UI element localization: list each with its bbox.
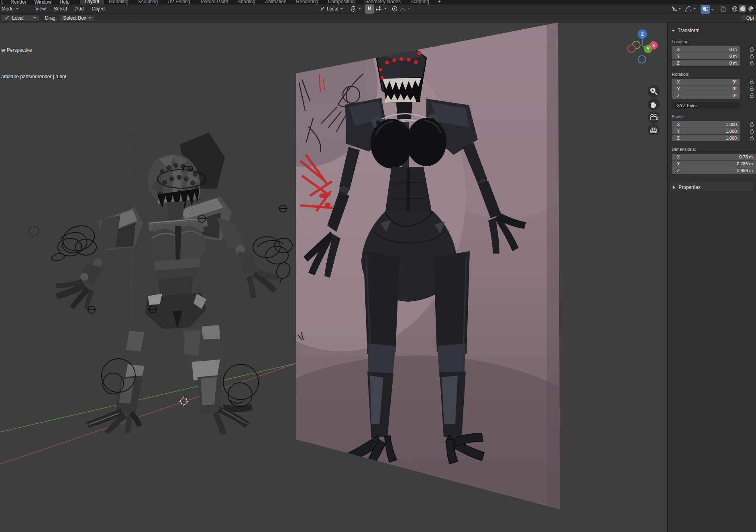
shading-wireframe-button[interactable] [732, 6, 738, 12]
dimensions-z-field[interactable]: Z0.899 m [672, 167, 756, 174]
menu-window[interactable]: Window [31, 0, 56, 4]
tab-geometry-nodes[interactable]: Geometry Nodes [359, 0, 406, 4]
rotation-fields: X0° Y0° Z0° [672, 79, 756, 99]
lock-open-icon[interactable] [749, 93, 754, 98]
tab-modeling[interactable]: Modeling [104, 0, 133, 4]
xray-toggle[interactable] [719, 5, 726, 12]
properties-panel-header[interactable]: Properties [670, 183, 753, 191]
viewport-canvas[interactable]: er Perspective amature parts/norender | … [0, 22, 667, 532]
object-mode-select[interactable]: Object Mode [0, 4, 31, 13]
transform-orientation-select[interactable]: Local [316, 5, 345, 13]
show-overlays-toggle[interactable] [701, 5, 713, 14]
location-y-field[interactable]: Y0 m [672, 53, 740, 59]
shading-solid-button[interactable] [739, 5, 746, 12]
camera-view-button[interactable] [648, 112, 660, 124]
falloff-curve-icon [399, 6, 406, 12]
magnet-icon [366, 5, 373, 12]
proportional-falloff-select[interactable] [398, 5, 412, 13]
location-label: Location: [672, 39, 756, 44]
gizmo-x-label: X [652, 43, 655, 48]
rotation-y-field[interactable]: Y0° [672, 85, 740, 92]
lock-open-icon[interactable] [749, 60, 754, 66]
tab-shading[interactable]: Shading [233, 0, 260, 4]
location-x-field[interactable]: X0 m [672, 46, 740, 53]
gizmo-y-label: Y [647, 47, 650, 51]
location-z-field[interactable]: Z0 m [672, 60, 740, 66]
gizmo-z-label: Z [641, 32, 644, 37]
proportional-editing-toggle[interactable] [391, 6, 398, 12]
tab-texture-paint[interactable]: Texture Paint [195, 0, 233, 4]
snap-increment-icon [375, 6, 382, 12]
dimensions-label: Dimensions: [672, 147, 756, 152]
overlays-icon [702, 6, 709, 12]
chevron-down-icon [672, 30, 675, 32]
lock-open-icon[interactable] [749, 128, 754, 134]
rotation-z-field[interactable]: Z0° [672, 92, 740, 99]
menu-add[interactable]: Add [71, 4, 88, 13]
gizmo-icon [685, 5, 692, 12]
tab-layout[interactable]: Layout [80, 0, 104, 4]
lock-open-icon[interactable] [749, 135, 754, 141]
show-object-types-select[interactable] [670, 5, 681, 12]
scale-label: Scale: [672, 114, 756, 119]
rotation-mode-select[interactable]: XYZ Euler [672, 102, 740, 109]
show-gizmo-toggle[interactable] [685, 5, 696, 12]
visibility-icon [670, 5, 677, 12]
topbar: t Render Window Help Layout Modeling Scu… [0, 0, 756, 4]
transform-panel-header[interactable]: Transform [672, 27, 756, 34]
blender-window: t Render Window Help Layout Modeling Scu… [0, 0, 756, 532]
add-workspace-button[interactable]: + [434, 0, 445, 4]
menu-help[interactable]: Help [55, 0, 73, 4]
tab-sculpting[interactable]: Sculpting [133, 0, 163, 4]
menu-select[interactable]: Select [50, 4, 71, 13]
active-object-label: amature parts/norender | a.bot [1, 72, 66, 81]
snap-with-select[interactable] [374, 5, 388, 13]
lock-open-icon[interactable] [749, 86, 754, 91]
lock-open-icon[interactable] [749, 47, 754, 52]
workspace-tabs: Layout Modeling Sculpting UV Editing Tex… [80, 0, 445, 4]
tab-uv-editing[interactable]: UV Editing [163, 0, 195, 4]
pivot-point-select[interactable] [348, 5, 363, 13]
orthographic-grid-button[interactable] [648, 124, 660, 135]
scale-z-field[interactable]: Z1.000 [672, 135, 740, 141]
scale-x-field[interactable]: X1.000 [672, 121, 740, 128]
drag-tool-select[interactable]: Select Box [60, 14, 94, 22]
snap-toggle[interactable] [365, 4, 374, 14]
tab-scripting[interactable]: Scripting [406, 0, 434, 4]
cursor-3d [179, 396, 189, 406]
dimensions-fields: X0.78 m Y0.786 m Z0.899 m [672, 154, 756, 174]
menu-object[interactable]: Object [88, 4, 110, 13]
viewport-header: Object Mode View Select Add Object Local [0, 4, 756, 14]
tab-rendering[interactable]: Rendering [291, 0, 323, 4]
menu-render[interactable]: Render [6, 0, 30, 4]
gizmo-axis-y[interactable]: Y [644, 45, 652, 53]
pan-hand-button[interactable] [648, 98, 660, 110]
gizmo-axis-z[interactable]: Z [638, 30, 647, 39]
menu-view[interactable]: View [31, 4, 50, 13]
lock-open-icon[interactable] [749, 53, 754, 59]
model-creature [55, 132, 279, 435]
lock-open-icon[interactable] [749, 79, 754, 85]
tool-settings-bar: Local Drag: Select Box Opt [0, 14, 756, 22]
view-perspective-label: er Perspective [1, 46, 66, 55]
viewport-shading-group [730, 5, 756, 13]
menu-edit[interactable]: t [0, 0, 6, 4]
tool-orientation-select[interactable]: Local [1, 14, 39, 22]
tab-compositing[interactable]: Compositing [323, 0, 360, 4]
dimensions-y-field[interactable]: Y0.786 m [672, 160, 756, 167]
rotation-x-field[interactable]: X0° [672, 79, 740, 85]
shading-material-button[interactable] [748, 6, 754, 12]
orientation-icon [4, 15, 10, 21]
options-button[interactable]: Opt [741, 14, 756, 22]
xray-icon [719, 5, 726, 12]
orientation-icon [319, 6, 325, 12]
zoom-button[interactable] [648, 85, 660, 97]
dimensions-x-field[interactable]: X0.78 m [672, 154, 756, 160]
tab-animation[interactable]: Animation [260, 0, 291, 4]
grid-lines [16, 22, 132, 532]
pivot-icon [350, 6, 357, 12]
scale-y-field[interactable]: Y1.000 [672, 128, 740, 134]
sidebar-panel: Transform Location: X0 m Y0 m Z0 m Rotat… [667, 22, 756, 532]
lock-open-icon[interactable] [749, 122, 754, 127]
navigation-gizmo: Z X Y [614, 26, 667, 135]
